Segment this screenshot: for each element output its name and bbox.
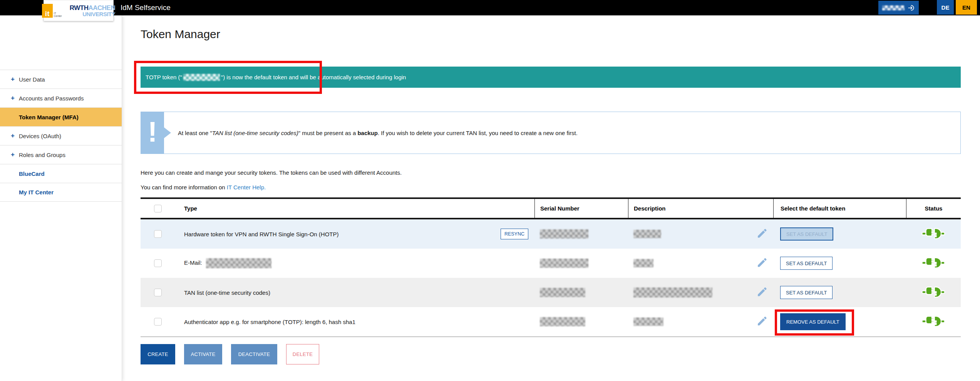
sidebar-nav: + User Data + Accounts and Passwords Tok… xyxy=(0,15,122,381)
sidebar-item-label: Token Manager (MFA) xyxy=(19,114,79,120)
token-type-label: E-Mail: xyxy=(184,259,202,266)
delete-button[interactable]: DELETE xyxy=(286,344,319,364)
info-box-text: At least one "TAN list (one-time securit… xyxy=(178,112,951,154)
it-center-logo: it IT Center xyxy=(42,4,64,18)
redacted-serial-number xyxy=(540,259,588,268)
table-row-totp-token: Authenticator app e.g. for smartphone (T… xyxy=(141,307,961,336)
sidebar-item-my-it-center[interactable]: My IT Center xyxy=(0,183,122,202)
sidebar-item-label: My IT Center xyxy=(19,189,54,196)
language-de-button[interactable]: DE xyxy=(937,0,954,15)
page-title: Token Manager xyxy=(141,28,220,41)
table-row-email-token: E-Mail: SET AS DEFAULT xyxy=(141,249,961,278)
banner-text-prefix: TOTP token (" xyxy=(146,74,182,80)
expand-plus-icon: + xyxy=(11,132,15,140)
it-center-help-link[interactable]: IT Center Help. xyxy=(227,184,266,190)
row-checkbox[interactable] xyxy=(154,289,162,296)
redacted-token-name xyxy=(183,74,220,81)
sidebar-item-label: Roles and Groups xyxy=(19,152,65,158)
pencil-icon xyxy=(756,257,768,269)
edit-description-button[interactable] xyxy=(756,228,768,241)
row-checkbox[interactable] xyxy=(154,259,162,267)
pencil-icon xyxy=(756,316,768,327)
expand-plus-icon: + xyxy=(11,94,15,102)
token-enabled-status-icon xyxy=(921,285,946,300)
redacted-email-address xyxy=(206,258,271,268)
redacted-serial-number xyxy=(540,317,585,326)
token-enabled-status-icon xyxy=(921,256,946,271)
expand-plus-icon: + xyxy=(11,75,15,83)
redacted-description xyxy=(633,287,712,297)
user-account-button[interactable] xyxy=(878,1,919,15)
sidebar-item-accounts-passwords[interactable]: + Accounts and Passwords xyxy=(0,89,122,107)
table-row-hardware-token: Hardware token for VPN and RWTH Single S… xyxy=(141,219,961,249)
redacted-description xyxy=(633,318,663,326)
expand-plus-icon: + xyxy=(11,151,15,159)
sidebar-item-roles-groups[interactable]: + Roles and Groups xyxy=(0,145,122,164)
remove-as-default-button[interactable]: REMOVE AS DEFAULT xyxy=(780,313,846,330)
redacted-username xyxy=(882,5,905,10)
select-all-checkbox[interactable] xyxy=(154,205,162,212)
table-header-row: Type Serial Number Description Select th… xyxy=(141,197,961,219)
table-row-tan-list: TAN list (one-time security codes) SET A… xyxy=(141,278,961,307)
header-serial-number: Serial Number xyxy=(534,199,628,218)
success-banner: TOTP token ("") is now the default token… xyxy=(141,67,961,88)
itcenter-rwth-logo[interactable]: it IT Center RWTHAACHEN UNIVERSITY xyxy=(44,0,114,21)
edit-description-button[interactable] xyxy=(756,257,768,270)
intro-help-line: You can find more information on IT Cent… xyxy=(141,184,266,190)
header-description: Description xyxy=(628,199,773,218)
activate-button[interactable]: ACTIVATE xyxy=(184,344,222,364)
rwth-wordmark: RWTHAACHEN UNIVERSITY xyxy=(70,5,115,17)
token-enabled-status-icon xyxy=(921,227,946,242)
edit-description-button[interactable] xyxy=(756,286,768,299)
info-box: ! At least one "TAN list (one-time secur… xyxy=(141,112,961,154)
language-en-button[interactable]: EN xyxy=(956,0,977,15)
header-status: Status xyxy=(906,199,961,218)
sidebar-item-devices-oauth[interactable]: + Devices (OAuth) xyxy=(0,126,122,145)
header-type: Type xyxy=(175,199,534,218)
exclamation-icon: ! xyxy=(141,112,164,154)
intro-text: Here you can create and mange your secur… xyxy=(141,169,402,176)
sidebar-item-label: User Data xyxy=(19,76,45,83)
token-type-label: Hardware token for VPN and RWTH Single S… xyxy=(184,231,339,237)
row-checkbox[interactable] xyxy=(154,230,162,238)
banner-text-suffix: ") is now the default token and will be … xyxy=(221,74,406,80)
top-bar: IdM Selfservice DE EN xyxy=(0,0,980,15)
redacted-description xyxy=(633,259,653,267)
info-box-tail xyxy=(164,127,171,138)
redacted-serial-number xyxy=(540,229,588,239)
token-type-label: TAN list (one-time security codes) xyxy=(184,289,270,296)
app-title: IdM Selfservice xyxy=(121,0,171,15)
sidebar-item-bluecard[interactable]: BlueCard xyxy=(0,164,122,183)
create-button[interactable]: CREATE xyxy=(141,344,175,364)
row-checkbox[interactable] xyxy=(154,318,162,326)
intro-help-prefix: You can find more information on xyxy=(141,184,227,190)
redacted-description xyxy=(633,230,661,238)
token-table: Type Serial Number Description Select th… xyxy=(141,197,961,337)
redacted-serial-number xyxy=(540,288,585,297)
sidebar-item-label: BlueCard xyxy=(19,170,45,177)
token-type-label: Authenticator app e.g. for smartphone (T… xyxy=(184,319,355,325)
sidebar-item-user-data[interactable]: + User Data xyxy=(0,70,122,89)
token-enabled-status-icon xyxy=(921,314,946,329)
deactivate-button[interactable]: DEACTIVATE xyxy=(231,344,277,364)
resync-button[interactable]: RESYNC xyxy=(501,229,528,239)
edit-description-button[interactable] xyxy=(756,316,768,328)
token-actions-toolbar: CREATE ACTIVATE DEACTIVATE DELETE xyxy=(141,344,319,364)
login-icon xyxy=(908,4,915,12)
sidebar-item-token-manager[interactable]: Token Manager (MFA) xyxy=(0,107,122,126)
it-center-label: IT Center xyxy=(54,12,64,17)
sidebar-item-label: Devices (OAuth) xyxy=(19,133,61,139)
table-body: Hardware token for VPN and RWTH Single S… xyxy=(141,219,961,337)
it-logo-square: it xyxy=(42,4,53,18)
set-as-default-button[interactable]: SET AS DEFAULT xyxy=(780,286,833,299)
pencil-icon xyxy=(756,228,768,239)
pencil-icon xyxy=(756,286,768,298)
header-select-default: Select the default token xyxy=(773,199,906,218)
set-as-default-button[interactable]: SET AS DEFAULT xyxy=(780,227,833,241)
sidebar-item-label: Accounts and Passwords xyxy=(19,95,84,102)
set-as-default-button[interactable]: SET AS DEFAULT xyxy=(780,257,833,270)
